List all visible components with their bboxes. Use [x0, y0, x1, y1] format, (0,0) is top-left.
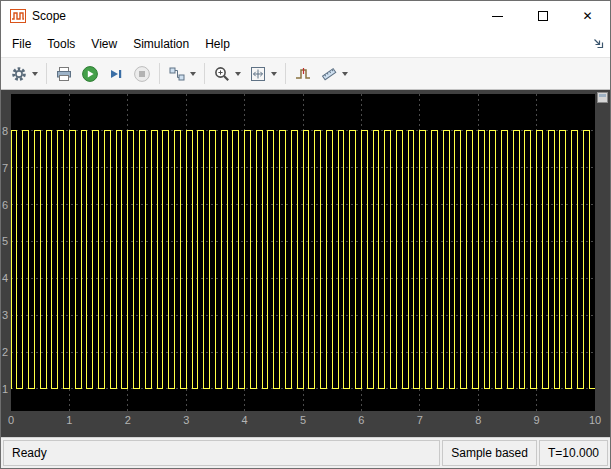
simulink-blocks-icon: [168, 65, 186, 83]
toolbar: [1, 57, 610, 90]
scope-window: Scope ✕ File Tools View Simulation Help: [0, 0, 611, 469]
x-tick-label: 1: [66, 415, 72, 426]
x-tick-label: 10: [589, 415, 601, 426]
x-tick-label: 4: [242, 415, 248, 426]
status-sim-time: T=10.000: [539, 440, 608, 466]
maximize-button[interactable]: [520, 1, 565, 31]
x-tick-label: 7: [417, 415, 423, 426]
menu-item-file[interactable]: File: [4, 32, 39, 56]
gear-icon: [10, 65, 28, 83]
y-tick-label: 3: [1, 310, 8, 321]
menu-item-tools[interactable]: Tools: [39, 32, 83, 56]
x-tick-label: 5: [300, 415, 306, 426]
status-sample-mode: Sample based: [442, 440, 537, 466]
zoom-button[interactable]: [209, 61, 245, 86]
measurements-button[interactable]: [316, 61, 352, 86]
close-button[interactable]: ✕: [565, 1, 610, 31]
y-tick-label: 6: [1, 199, 8, 210]
window-title: Scope: [32, 9, 66, 23]
stop-icon: [133, 65, 151, 83]
y-tick-label: 8: [1, 125, 8, 136]
magnifier-icon: [213, 65, 231, 83]
dock-scope-icon[interactable]: [592, 37, 605, 53]
menu-item-simulation[interactable]: Simulation: [125, 32, 197, 56]
scope-app-icon: [10, 9, 26, 23]
x-tick-label: 6: [358, 415, 364, 426]
step-forward-icon: [107, 65, 125, 83]
minimize-icon: [492, 16, 503, 17]
dropdown-arrow-icon[interactable]: [190, 72, 196, 76]
x-tick-label: 3: [183, 415, 189, 426]
x-tick-label: 8: [475, 415, 481, 426]
dropdown-arrow-icon[interactable]: [235, 72, 241, 76]
y-tick-label: 2: [1, 347, 8, 358]
toolbar-separator: [285, 63, 286, 84]
minimize-button[interactable]: [475, 1, 520, 31]
menu-item-view[interactable]: View: [83, 32, 125, 56]
waveform-svg: [11, 94, 595, 411]
window-controls: ✕: [475, 1, 610, 31]
plot-canvas[interactable]: [11, 94, 595, 411]
y-tick-label: 1: [1, 383, 8, 394]
dropdown-arrow-icon[interactable]: [271, 72, 277, 76]
maximize-axes-button[interactable]: [597, 92, 608, 103]
toolbar-separator: [159, 63, 160, 84]
dropdown-arrow-icon[interactable]: [32, 72, 38, 76]
fit-to-view-icon: [249, 65, 267, 83]
print-button[interactable]: [51, 61, 77, 86]
close-icon: ✕: [582, 10, 592, 22]
highlight-block-button[interactable]: [164, 61, 200, 86]
toolbar-separator: [204, 63, 205, 84]
trigger-button[interactable]: [290, 61, 316, 86]
fit-to-view-button[interactable]: [245, 61, 281, 86]
trigger-icon: [294, 65, 312, 83]
toolbar-separator: [46, 63, 47, 84]
run-button[interactable]: [77, 61, 103, 86]
run-icon: [81, 65, 99, 83]
y-tick-label: 7: [1, 162, 8, 173]
plot-area: 01234567891012345678: [1, 90, 610, 437]
x-tick-label: 9: [534, 415, 540, 426]
x-tick-label: 2: [125, 415, 131, 426]
stop-button[interactable]: [129, 61, 155, 86]
statusbar: Ready Sample based T=10.000: [1, 437, 610, 468]
settings-button[interactable]: [6, 61, 42, 86]
signal-trace: [11, 131, 595, 389]
maximize-icon: [538, 11, 548, 21]
x-tick-label: 0: [8, 415, 14, 426]
status-message: Ready: [3, 440, 440, 466]
cursor-measurements-icon: [320, 65, 338, 83]
y-tick-label: 5: [1, 236, 8, 247]
dropdown-arrow-icon[interactable]: [342, 72, 348, 76]
titlebar: Scope ✕: [1, 1, 610, 31]
menu-item-help[interactable]: Help: [197, 32, 238, 56]
step-forward-button[interactable]: [103, 61, 129, 86]
printer-icon: [55, 65, 73, 83]
y-tick-label: 4: [1, 273, 8, 284]
menubar: File Tools View Simulation Help: [1, 31, 610, 57]
